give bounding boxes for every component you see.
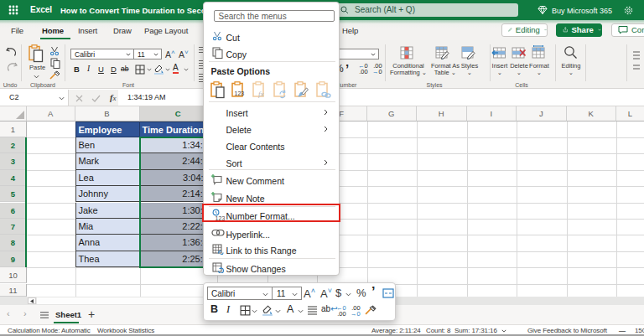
svg-text:123: 123 xyxy=(235,90,245,96)
svg-text:fx: fx xyxy=(258,90,264,98)
